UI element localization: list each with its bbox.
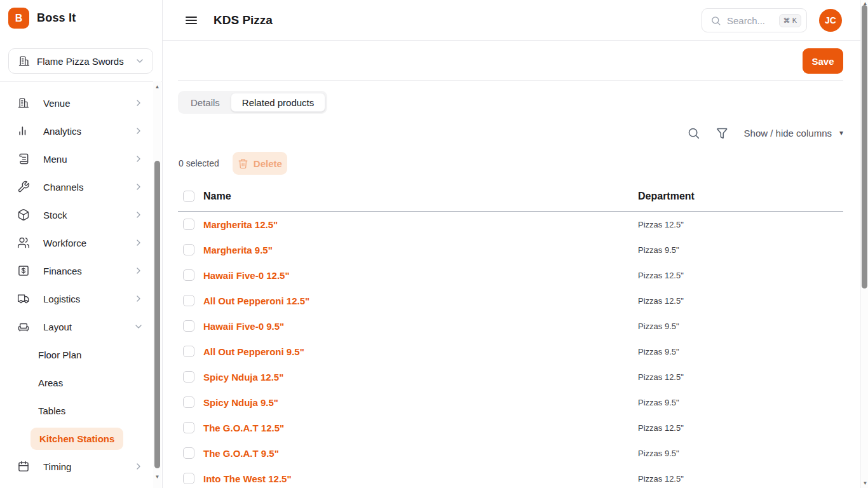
sidebar-item-label: Menu: [43, 154, 120, 165]
row-checkbox[interactable]: [183, 371, 194, 383]
sidebar-item-menu[interactable]: Menu: [0, 145, 153, 173]
avatar[interactable]: JC: [819, 9, 842, 32]
product-name-link[interactable]: Margherita 9.5": [203, 245, 273, 255]
venue-selector-label: Flame Pizza Swords: [37, 56, 128, 67]
product-name-link[interactable]: Spicy Nduja 9.5": [203, 397, 278, 408]
tab-related-products[interactable]: Related products: [231, 93, 325, 112]
scroll-down-icon[interactable]: ▼: [861, 480, 868, 487]
show-hide-columns-button[interactable]: Show / hide columns ▾: [744, 128, 843, 139]
sidebar-item-stock[interactable]: Stock: [0, 201, 153, 229]
sidebar-scrollbar[interactable]: ▲ ▼: [153, 81, 161, 488]
sidebar-scrollbar-thumb[interactable]: [154, 161, 160, 468]
truck-icon: [17, 292, 30, 305]
sidebar-item-finances[interactable]: Finances: [0, 257, 153, 285]
keyboard-shortcut-badge: ⌘ K: [779, 14, 801, 27]
tab-details[interactable]: Details: [180, 93, 231, 112]
product-department: Pizzas 9.5": [638, 322, 679, 331]
search-icon[interactable]: [687, 126, 700, 140]
column-header-department: Department: [638, 191, 695, 202]
selection-row: 0 selected Delete: [179, 152, 287, 175]
chevron-down-icon: [133, 322, 144, 332]
column-header-name: Name: [203, 191, 231, 202]
sidebar-item-workforce[interactable]: Workforce: [0, 229, 153, 257]
sidebar-nav: Venue Analytics Menu Channels Stock: [0, 89, 153, 480]
product-department: Pizzas 9.5": [638, 245, 679, 255]
row-checkbox[interactable]: [183, 346, 194, 357]
sidebar-item-layout[interactable]: Layout: [0, 313, 153, 341]
product-department: Pizzas 12.5": [638, 220, 684, 229]
product-name-link[interactable]: Into The West 12.5": [203, 473, 292, 484]
select-all-checkbox[interactable]: [183, 191, 194, 202]
filter-icon[interactable]: [715, 126, 729, 140]
product-name-link[interactable]: All Out Pepperoni 9.5": [203, 346, 304, 357]
table-row: Spicy Nduja 12.5" Pizzas 12.5": [178, 364, 843, 390]
delete-button-label: Delete: [254, 158, 282, 169]
product-name-link[interactable]: Spicy Nduja 12.5": [203, 372, 283, 383]
selected-count: 0 selected: [179, 158, 219, 168]
sidebar-item-venue[interactable]: Venue: [0, 89, 153, 117]
table-row: The G.O.A.T 9.5" Pizzas 9.5": [178, 440, 843, 466]
row-checkbox[interactable]: [183, 269, 194, 281]
caret-down-icon: ▾: [839, 128, 843, 137]
sidebar-item-floor-plan[interactable]: Floor Plan: [0, 341, 153, 369]
sidebar-item-analytics[interactable]: Analytics: [0, 117, 153, 145]
chevron-right-icon: [133, 98, 144, 108]
table-row: All Out Pepperoni 12.5" Pizzas 12.5": [178, 288, 843, 313]
app-root: B Boss It Flame Pizza Swords Venue Analy…: [0, 0, 868, 488]
sidebar-item-areas[interactable]: Areas: [0, 369, 153, 396]
table-row: Into The West 12.5" Pizzas 12.5": [178, 466, 843, 488]
row-checkbox[interactable]: [183, 396, 194, 408]
row-checkbox[interactable]: [183, 473, 194, 484]
toolbar-divider: [178, 80, 843, 81]
save-button[interactable]: Save: [803, 48, 843, 74]
row-checkbox[interactable]: [183, 320, 194, 332]
sidebar-item-tables[interactable]: Tables: [0, 396, 153, 424]
window-scrollbar-thumb[interactable]: [862, 5, 867, 288]
product-department: Pizzas 9.5": [638, 347, 679, 356]
sidebar-item-label: Stock: [43, 210, 120, 220]
product-name-link[interactable]: Margherita 12.5": [203, 219, 278, 230]
brand-logo-letter: B: [15, 13, 23, 24]
sidebar-item-kitchen-stations[interactable]: Kitchen Stations: [0, 424, 153, 452]
sidebar-toggle-button[interactable]: [184, 13, 199, 28]
sidebar-item-timing[interactable]: Timing: [0, 452, 153, 480]
row-checkbox[interactable]: [183, 447, 194, 459]
row-checkbox[interactable]: [183, 244, 194, 255]
sidebar-item-channels[interactable]: Channels: [0, 173, 153, 201]
search-input[interactable]: [727, 15, 773, 26]
search-box[interactable]: ⌘ K: [702, 8, 807, 32]
table-row: Margherita 9.5" Pizzas 9.5": [178, 237, 843, 262]
row-checkbox[interactable]: [183, 219, 194, 230]
product-name-link[interactable]: The G.O.A.T 9.5": [203, 448, 279, 459]
related-products-table: Name Department Margherita 12.5" Pizzas …: [178, 181, 843, 488]
product-name-link[interactable]: Hawaii Five-0 9.5": [203, 321, 284, 332]
window-scrollbar[interactable]: ▲ ▼: [860, 0, 868, 488]
row-checkbox[interactable]: [183, 295, 194, 306]
product-department: Pizzas 12.5": [638, 423, 684, 433]
sidebar: B Boss It Flame Pizza Swords Venue Analy…: [0, 0, 163, 488]
product-name-link[interactable]: The G.O.A.T 12.5": [203, 423, 284, 433]
search-icon: [710, 15, 721, 26]
row-checkbox[interactable]: [183, 422, 194, 433]
product-name-link[interactable]: Hawaii Five-0 12.5": [203, 270, 290, 281]
product-department: Pizzas 12.5": [638, 271, 684, 280]
scroll-down-icon[interactable]: ▼: [153, 474, 161, 480]
sidebar-item-label: Analytics: [43, 126, 120, 137]
chevron-right-icon: [133, 266, 144, 276]
calendar-icon: [17, 460, 30, 473]
venue-selector[interactable]: Flame Pizza Swords: [8, 48, 153, 74]
users-icon: [17, 236, 30, 249]
brand: B Boss It: [8, 8, 76, 29]
product-name-link[interactable]: All Out Pepperoni 12.5": [203, 295, 309, 306]
brand-logo-icon: B: [8, 8, 29, 29]
scroll-up-icon[interactable]: ▲: [153, 84, 161, 90]
table-row: All Out Pepperoni 9.5" Pizzas 9.5": [178, 339, 843, 364]
sidebar-item-label: Finances: [43, 266, 120, 276]
sidebar-subitem-label: Areas: [38, 377, 63, 388]
sidebar-item-label: Workforce: [43, 238, 120, 248]
product-department: Pizzas 12.5": [638, 474, 684, 484]
sidebar-item-logistics[interactable]: Logistics: [0, 285, 153, 313]
chevron-right-icon: [133, 210, 144, 220]
hamburger-icon: [184, 13, 199, 28]
delete-button[interactable]: Delete: [233, 152, 287, 175]
